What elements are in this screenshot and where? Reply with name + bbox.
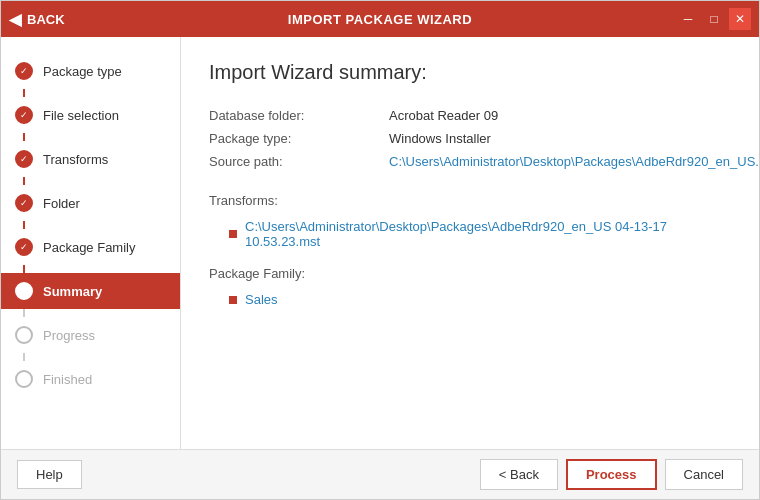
sidebar-item-finished[interactable]: Finished <box>1 361 180 397</box>
summary-table: Database folder: Acrobat Reader 09 Packa… <box>209 104 731 173</box>
sidebar-label-finished: Finished <box>43 372 92 387</box>
minimize-button[interactable]: ─ <box>677 8 699 30</box>
sidebar-item-progress[interactable]: Progress <box>1 317 180 353</box>
sidebar-item-transforms[interactable]: ✓ Transforms <box>1 141 180 177</box>
package-family-section-label: Package Family: <box>209 266 731 281</box>
package-family-item-0: Sales <box>209 289 731 310</box>
back-label: BACK <box>27 12 65 27</box>
step-circle-summary <box>15 282 33 300</box>
summary-value-package-type: Windows Installer <box>389 131 491 146</box>
footer-left: Help <box>17 460 82 489</box>
process-button[interactable]: Process <box>566 459 657 490</box>
sidebar-label-progress: Progress <box>43 328 95 343</box>
titlebar-title: IMPORT PACKAGE WIZARD <box>288 12 472 27</box>
step-circle-package-family: ✓ <box>15 238 33 256</box>
sidebar-label-package-type: Package type <box>43 64 122 79</box>
transform-bullet-icon <box>229 230 237 238</box>
main-content: ✓ Package type ✓ File selection ✓ Transf… <box>1 37 759 449</box>
sidebar-label-summary: Summary <box>43 284 102 299</box>
summary-value-database: Acrobat Reader 09 <box>389 108 498 123</box>
titlebar: ◀ BACK IMPORT PACKAGE WIZARD ─ □ ✕ <box>1 1 759 37</box>
window-controls: ─ □ ✕ <box>677 8 751 30</box>
connector-7 <box>23 353 25 361</box>
window: ◀ BACK IMPORT PACKAGE WIZARD ─ □ ✕ ✓ Pac… <box>0 0 760 500</box>
step-circle-folder: ✓ <box>15 194 33 212</box>
help-button[interactable]: Help <box>17 460 82 489</box>
connector-6 <box>23 309 25 317</box>
footer: Help < Back Process Cancel <box>1 449 759 499</box>
maximize-button[interactable]: □ <box>703 8 725 30</box>
sidebar: ✓ Package type ✓ File selection ✓ Transf… <box>1 37 181 449</box>
connector-3 <box>23 177 25 185</box>
package-family-item-text-0: Sales <box>245 292 278 307</box>
sidebar-item-package-family[interactable]: ✓ Package Family <box>1 229 180 265</box>
sidebar-item-file-selection[interactable]: ✓ File selection <box>1 97 180 133</box>
transform-item-text-0: C:\Users\Administrator\Desktop\Packages\… <box>245 219 731 249</box>
connector-5 <box>23 265 25 273</box>
connector-2 <box>23 133 25 141</box>
summary-row-source: Source path: C:\Users\Administrator\Desk… <box>209 150 731 173</box>
summary-label-source: Source path: <box>209 154 389 169</box>
cancel-button[interactable]: Cancel <box>665 459 743 490</box>
sidebar-item-folder[interactable]: ✓ Folder <box>1 185 180 221</box>
step-circle-file-selection: ✓ <box>15 106 33 124</box>
step-circle-progress <box>15 326 33 344</box>
connector-1 <box>23 89 25 97</box>
content-area: Import Wizard summary: Database folder: … <box>181 37 759 449</box>
back-arrow-icon: ◀ <box>9 10 21 29</box>
sidebar-item-package-type[interactable]: ✓ Package type <box>1 53 180 89</box>
back-button[interactable]: < Back <box>480 459 558 490</box>
sidebar-label-transforms: Transforms <box>43 152 108 167</box>
content-title: Import Wizard summary: <box>209 61 731 84</box>
back-button[interactable]: ◀ BACK <box>9 10 65 29</box>
step-circle-transforms: ✓ <box>15 150 33 168</box>
step-circle-package-type: ✓ <box>15 62 33 80</box>
connector-4 <box>23 221 25 229</box>
transform-item-0: C:\Users\Administrator\Desktop\Packages\… <box>209 216 731 252</box>
summary-label-database: Database folder: <box>209 108 389 123</box>
summary-row-package-type: Package type: Windows Installer <box>209 127 731 150</box>
sidebar-label-file-selection: File selection <box>43 108 119 123</box>
summary-label-package-type: Package type: <box>209 131 389 146</box>
footer-right: < Back Process Cancel <box>480 459 743 490</box>
summary-row-database: Database folder: Acrobat Reader 09 <box>209 104 731 127</box>
sidebar-label-package-family: Package Family <box>43 240 135 255</box>
transforms-section-label: Transforms: <box>209 193 731 208</box>
close-button[interactable]: ✕ <box>729 8 751 30</box>
package-family-bullet-icon <box>229 296 237 304</box>
summary-value-source: C:\Users\Administrator\Desktop\Packages\… <box>389 154 759 169</box>
sidebar-item-summary[interactable]: Summary <box>1 273 180 309</box>
step-circle-finished <box>15 370 33 388</box>
sidebar-label-folder: Folder <box>43 196 80 211</box>
